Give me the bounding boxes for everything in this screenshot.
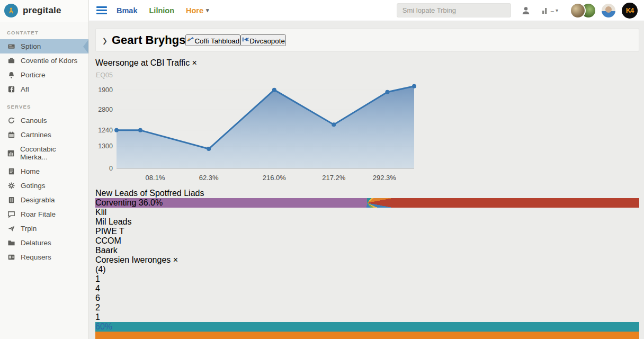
app-root: pregitale CONTATETSptionCoventie of Kdor… bbox=[0, 0, 644, 339]
svg-text:1900: 1900 bbox=[98, 86, 113, 94]
chevron-down-icon: ▾ bbox=[206, 7, 209, 14]
sidebar-item-label: Requsers bbox=[21, 253, 51, 261]
brand-logo-icon bbox=[4, 4, 18, 17]
sidebar-item-delatures[interactable]: Delatures bbox=[0, 236, 88, 250]
sidebar-item-label: Canouls bbox=[21, 117, 47, 124]
donut-chart: Corventing 36.0% KlilMil LeadsPIWE TCCOM… bbox=[95, 198, 639, 255]
y-axis-tick: 2 bbox=[95, 303, 100, 312]
card-header: New Leads of Spotfred Liads bbox=[95, 189, 639, 198]
avatar-photo-3[interactable] bbox=[601, 3, 616, 19]
sidebar-item-label: Trpin bbox=[21, 225, 37, 233]
svg-text:292.3%: 292.3% bbox=[373, 174, 397, 182]
sidebar-item-coventie-of-kdors[interactable]: Coventie of Kdors bbox=[0, 53, 88, 68]
nav-item-label: Hore bbox=[186, 6, 203, 15]
sidebar-item-roar-fitale[interactable]: Roar Fitale bbox=[0, 207, 88, 221]
page-title: Geart Bryhgs bbox=[112, 33, 185, 47]
bell-icon bbox=[7, 71, 15, 79]
avatar-k-badge[interactable]: K4 bbox=[621, 2, 639, 20]
bar-chart-menu-icon[interactable]: ‒ ▾ bbox=[541, 6, 558, 15]
divcaopote-button[interactable]: Divcaopote bbox=[240, 34, 286, 46]
sidebar-item-label: Cocontabic Mierka... bbox=[20, 145, 82, 161]
breadcrumb-chevron-icon: › bbox=[103, 30, 107, 49]
sidebar-item-desigrabla[interactable]: Desigrabla bbox=[0, 193, 88, 207]
sidebar-item-label: Porticre bbox=[21, 71, 46, 79]
legend-label: Klil bbox=[95, 208, 106, 217]
leads-donut-card: New Leads of Spotfred Liads Corventing 3… bbox=[95, 189, 639, 255]
coffi-tahbload-button[interactable]: Coffi Tahbload bbox=[185, 34, 240, 46]
sidebar-item-requsers[interactable]: Requsers bbox=[0, 250, 88, 264]
sidebar-item-sption[interactable]: Sption bbox=[0, 39, 88, 53]
chevron-down-icon: ▾ bbox=[556, 7, 558, 13]
legend-label: Baark bbox=[95, 246, 118, 255]
sidebar: pregitale CONTATETSptionCoventie of Kdor… bbox=[0, 0, 89, 339]
legend-label: PIWE T bbox=[95, 227, 124, 236]
sidebar-item-cocontabic-mierka[interactable]: Cocontabic Mierka... bbox=[0, 142, 88, 164]
id-card-icon bbox=[7, 253, 15, 261]
sidebar-item-home[interactable]: Home bbox=[0, 164, 88, 179]
traffic-area-chart-card: Weersonge at CBI Traffic × 1.EQ051900280… bbox=[95, 58, 639, 189]
donut-legend: KlilMil LeadsPIWE TCCOMBaark bbox=[95, 208, 639, 255]
nav-item-lilnion[interactable]: Lilnion bbox=[149, 6, 175, 15]
sidebar-item-label: Home bbox=[21, 167, 40, 175]
card-header: Coresien Iweronges × bbox=[95, 255, 639, 265]
close-icon[interactable]: × bbox=[173, 255, 178, 264]
y-axis-label: (4) bbox=[95, 265, 106, 274]
svg-text:216.0%: 216.0% bbox=[263, 174, 287, 182]
svg-text:08.1%: 08.1% bbox=[146, 174, 165, 182]
cards-row-1: Weersonge at CBI Traffic × 1.EQ051900280… bbox=[95, 58, 639, 255]
briefcase-icon bbox=[7, 57, 15, 65]
sidebar-item-label: Afl bbox=[21, 85, 29, 93]
y-axis-tick: 1 bbox=[95, 274, 100, 283]
sidebar-item-porticre[interactable]: Porticre bbox=[0, 68, 88, 82]
send-icon bbox=[7, 225, 15, 233]
sidebar-item-label: Desigrabla bbox=[21, 196, 55, 204]
donut-center: Corventing 36.0% bbox=[95, 198, 639, 208]
avatar-photo-1[interactable] bbox=[570, 3, 586, 19]
user-icon[interactable] bbox=[521, 5, 531, 16]
svg-text:2800: 2800 bbox=[98, 106, 113, 113]
y-axis-tick: 1 bbox=[95, 313, 100, 322]
flag-arrow-icon bbox=[186, 37, 194, 45]
y-axis-tick: 4 bbox=[95, 284, 100, 293]
hamburger-icon[interactable] bbox=[96, 6, 107, 14]
button-label: Divcaopote bbox=[249, 37, 285, 45]
legend-item-klil: Klil bbox=[95, 208, 639, 217]
sidebar-item-cartnines[interactable]: Cartnines bbox=[0, 128, 88, 142]
close-icon[interactable]: × bbox=[192, 58, 197, 67]
bar[interactable]: 3% bbox=[95, 332, 639, 339]
bar-value-label: 60% bbox=[95, 322, 112, 331]
main-column: BmakLilnionHore▾ ‒ ▾ K4 › Geart Bryhgs C… bbox=[89, 0, 644, 339]
sidebar-item-canouls[interactable]: Canouls bbox=[0, 113, 88, 128]
y-axis-tick: 6 bbox=[95, 293, 100, 302]
svg-text:0: 0 bbox=[109, 165, 113, 172]
nav-item-label: Lilnion bbox=[149, 6, 175, 15]
bar[interactable]: 60% bbox=[95, 322, 639, 332]
page-header: › Geart Bryhgs Coffi TahbloadDivcaopote bbox=[95, 28, 639, 52]
sidebar-item-trpin[interactable]: Trpin bbox=[0, 221, 88, 236]
sidebar-item-gotings[interactable]: Gotings bbox=[0, 179, 88, 193]
svg-text:1240: 1240 bbox=[98, 127, 113, 134]
nav-item-hore[interactable]: Hore▾ bbox=[186, 6, 209, 15]
search-input[interactable] bbox=[397, 3, 511, 17]
nav-items: BmakLilnionHore▾ bbox=[117, 6, 209, 15]
sidebar-item-afl[interactable]: Afl bbox=[0, 82, 88, 96]
top-navbar: BmakLilnionHore▾ ‒ ▾ K4 bbox=[89, 0, 644, 21]
grouped-bar-plot: 1462160%3%50%19%3%14%45%47%1.7% bbox=[95, 274, 639, 339]
card-icon bbox=[7, 42, 15, 50]
area-chart-svg: 1.EQ051900280012401300008.1%62.3%216.0%2… bbox=[95, 68, 422, 186]
brand[interactable]: pregitale bbox=[0, 0, 88, 22]
sidebar-item-label: Roar Fitale bbox=[21, 210, 56, 218]
document-icon bbox=[7, 167, 15, 175]
cards-row-2: Coresien Iweronges × (4) 1462160%3%50%19… bbox=[95, 255, 639, 339]
svg-text:1.EQ05: 1.EQ05 bbox=[95, 72, 113, 79]
nav-item-bmak[interactable]: Bmak bbox=[117, 6, 138, 15]
sidebar-item-label: Coventie of Kdors bbox=[21, 57, 77, 65]
donut-center-value: 36.0% bbox=[139, 198, 163, 207]
svg-text:1300: 1300 bbox=[98, 142, 113, 150]
page-content: › Geart Bryhgs Coffi TahbloadDivcaopote … bbox=[89, 21, 644, 339]
legend-item-baark: Baark bbox=[95, 246, 639, 255]
legend-item-piwe-t: PIWE T bbox=[95, 227, 639, 236]
rewind-icon bbox=[241, 37, 249, 45]
legend-label: Mil Leads bbox=[95, 217, 131, 226]
brand-name: pregitale bbox=[23, 5, 61, 16]
